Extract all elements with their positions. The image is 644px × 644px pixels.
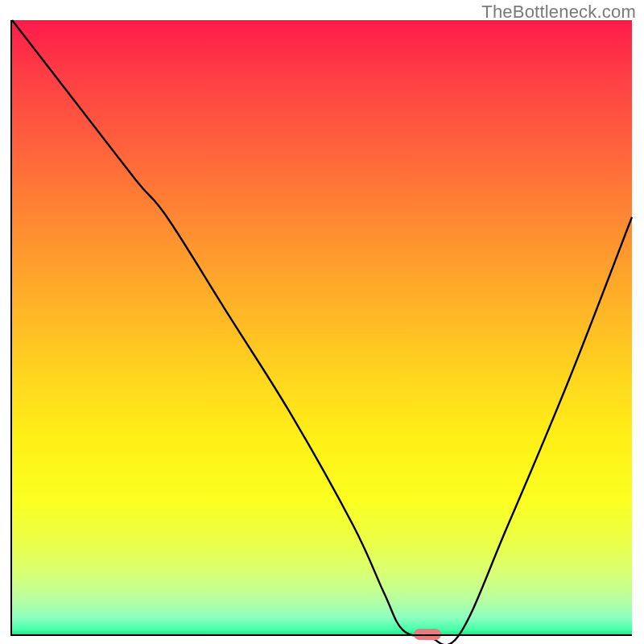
bottleneck-chart: TheBottleneck.com — [0, 0, 644, 644]
x-axis-line — [12, 634, 632, 636]
watermark-text: TheBottleneck.com — [481, 2, 636, 23]
y-axis-line — [10, 20, 12, 636]
bottleneck-curve-path — [12, 20, 632, 644]
curve-layer — [12, 20, 632, 636]
